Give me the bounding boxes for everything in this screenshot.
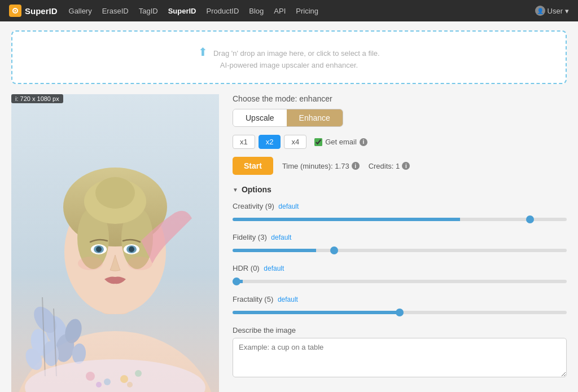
slider-creativity-label: Creativity (9) default: [233, 202, 567, 210]
svg-point-35: [96, 382, 102, 387]
slider-fractality-label: Fractality (5) default: [233, 295, 567, 303]
time-info-icon[interactable]: i: [352, 162, 360, 170]
svg-point-32: [104, 378, 111, 385]
get-email-checkbox[interactable]: [314, 138, 322, 146]
nav-productid[interactable]: ProductID: [206, 7, 239, 15]
slider-hdr-label: HDR (0) default: [233, 264, 567, 272]
credits-info-icon[interactable]: i: [402, 162, 410, 170]
mode-tabs: Upscale Enhance: [233, 109, 343, 127]
brand-label: SuperID: [25, 6, 58, 16]
nav-pricing[interactable]: Pricing: [296, 7, 318, 15]
brand-logo[interactable]: SuperID: [9, 5, 58, 17]
nav-gallery[interactable]: Gallery: [69, 7, 92, 15]
brand-icon: [9, 5, 21, 17]
tab-enhance[interactable]: Enhance: [287, 109, 343, 126]
scale-x1[interactable]: x1: [233, 135, 255, 149]
creativity-default-link[interactable]: default: [278, 202, 299, 210]
options-chevron-icon: ▼: [233, 187, 238, 193]
nav-eraseid[interactable]: EraseID: [102, 7, 129, 15]
drop-zone-main: ⬆ Drag 'n' drop an image here, or click …: [26, 45, 552, 59]
hdr-default-link[interactable]: default: [264, 265, 284, 272]
options-header[interactable]: ▼ Options: [233, 185, 567, 194]
email-info-icon[interactable]: i: [360, 138, 367, 146]
user-dropdown-icon: ▾: [565, 7, 569, 15]
nav-links: Gallery EraseID TagID SuperID ProductID …: [69, 7, 524, 15]
svg-point-19: [128, 257, 152, 270]
mode-label: Choose the mode: enhancer: [233, 94, 567, 103]
fractality-default-link[interactable]: default: [278, 296, 298, 303]
slider-fractality: Fractality (5) default: [233, 295, 567, 316]
portrait-svg: [11, 94, 219, 392]
nav-superid[interactable]: SuperID: [168, 7, 196, 15]
main-content: ⬆ Drag 'n' drop an image here, or click …: [0, 21, 578, 392]
describe-section: Describe the image: [233, 326, 567, 379]
scale-buttons-row: x1 x2 x4 Get email i: [233, 135, 567, 149]
image-badge: i: 720 x 1080 px: [11, 94, 63, 103]
image-panel: i: 720 x 1080 px: [11, 94, 219, 392]
controls-panel: Choose the mode: enhancer Upscale Enhanc…: [233, 94, 567, 379]
image-preview: [11, 94, 219, 392]
nav-tagid[interactable]: TagID: [139, 7, 158, 15]
slider-creativity: Creativity (9) default: [233, 202, 567, 223]
svg-point-36: [127, 382, 133, 387]
nav-api[interactable]: API: [274, 7, 286, 15]
describe-label: Describe the image: [233, 326, 567, 334]
user-label: User: [548, 7, 563, 15]
nav-blog[interactable]: Blog: [249, 7, 264, 15]
start-row: Start Time (minutes): 1.73 i Credits: 1 …: [233, 157, 567, 175]
get-email-label: Get email: [325, 138, 357, 146]
content-area: i: 720 x 1080 px: [11, 94, 567, 392]
slider-fidelity: Fidelity (3) default: [233, 233, 567, 254]
svg-point-17: [129, 246, 134, 252]
svg-point-33: [120, 375, 128, 383]
svg-point-34: [135, 370, 142, 377]
time-info: Time (minutes): 1.73 i: [282, 162, 360, 170]
drop-zone-text: ⬆ Drag 'n' drop an image here, or click …: [26, 45, 552, 69]
tab-upscale[interactable]: Upscale: [233, 109, 287, 126]
get-email-checkbox-label[interactable]: Get email i: [314, 138, 367, 146]
slider-hdr: HDR (0) default: [233, 264, 567, 285]
svg-point-11: [95, 177, 135, 209]
hdr-slider[interactable]: [233, 280, 567, 283]
svg-point-2: [15, 10, 16, 12]
drop-zone[interactable]: ⬆ Drag 'n' drop an image here, or click …: [11, 30, 567, 84]
scale-x2[interactable]: x2: [259, 135, 281, 149]
slider-fidelity-label: Fidelity (3) default: [233, 233, 567, 241]
upload-icon: ⬆: [198, 46, 208, 58]
user-avatar-icon: 👤: [535, 6, 545, 16]
creativity-slider[interactable]: [233, 218, 567, 221]
svg-point-14: [96, 246, 102, 252]
credits-info: Credits: 1 i: [369, 162, 410, 170]
fidelity-slider[interactable]: [233, 249, 567, 252]
fidelity-default-link[interactable]: default: [271, 234, 291, 241]
describe-textarea[interactable]: [233, 338, 567, 377]
sliders-container: Creativity (9) default Fidelity (3) defa…: [233, 202, 567, 316]
user-menu[interactable]: 👤 User ▾: [535, 6, 569, 16]
svg-point-31: [86, 372, 95, 381]
start-button[interactable]: Start: [233, 157, 273, 175]
options-label: Options: [242, 185, 272, 194]
navbar: SuperID Gallery EraseID TagID SuperID Pr…: [0, 0, 578, 21]
svg-point-18: [78, 257, 103, 270]
scale-x4[interactable]: x4: [284, 135, 306, 149]
fractality-slider[interactable]: [233, 311, 567, 314]
